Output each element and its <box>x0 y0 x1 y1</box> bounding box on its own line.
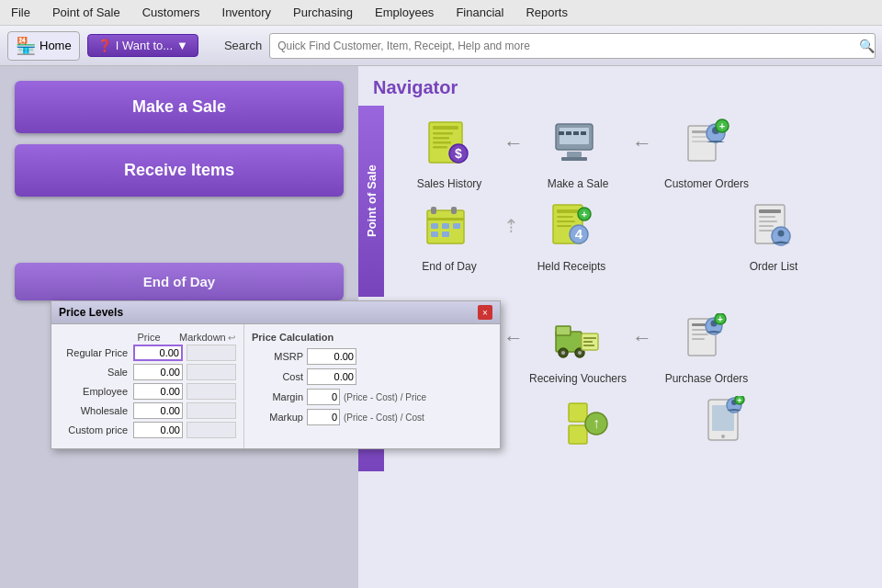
svg-rect-37 <box>557 225 571 227</box>
wholesale-price-label: Wholesale <box>59 405 133 416</box>
svg-rect-18 <box>692 136 708 138</box>
nav-row-1: $ Sales History ← <box>399 115 867 190</box>
price-levels-dialog: Price Levels × Price Markdown ↩ Regular … <box>51 300 501 449</box>
svg-rect-73 <box>692 334 708 335</box>
menu-pos[interactable]: Point of Sale <box>49 4 124 21</box>
svg-rect-25 <box>431 207 436 214</box>
menu-file[interactable]: File <box>7 4 34 21</box>
nav-item-customer-orders[interactable]: + Customer Orders <box>656 115 757 190</box>
regular-price-markdown[interactable] <box>187 345 236 361</box>
nav-item-purchase-orders[interactable]: + Purchase Orders <box>656 310 757 385</box>
markdown-icon[interactable]: ↩ <box>228 333 235 343</box>
cost-input[interactable] <box>307 368 356 385</box>
search-label: Search <box>224 39 262 52</box>
menu-reports[interactable]: Reports <box>522 4 571 21</box>
toolbar: 🏪 Home ❓ I Want to... ▼ Search 🔍 <box>0 26 882 66</box>
held-receipts-icon-wrap: 4 + <box>542 198 601 256</box>
home-label: Home <box>40 39 72 52</box>
markup-row: Markup (Price - Cost) / Cost <box>252 409 492 425</box>
regular-price-input[interactable] <box>133 345 183 361</box>
iwantto-label: I Want to... <box>116 39 173 52</box>
wholesale-price-input[interactable] <box>133 402 183 419</box>
sales-history-icon: $ <box>424 119 475 170</box>
svg-text:4: 4 <box>575 226 583 242</box>
markup-input[interactable] <box>307 409 340 425</box>
margin-input[interactable] <box>307 389 340 405</box>
svg-rect-10 <box>567 152 582 157</box>
receive-items-button[interactable]: Receive Items <box>15 144 344 197</box>
navigator-content: Point of Sale <box>358 106 882 297</box>
search-input[interactable] <box>269 33 876 59</box>
dashed-arrow-1: ⇡ <box>503 215 517 255</box>
nav-item-sales-history[interactable]: $ Sales History <box>399 115 500 190</box>
svg-text:↑: ↑ <box>593 415 600 431</box>
purchase-orders-label: Purchase Orders <box>665 372 749 385</box>
wholesale-price-row: Wholesale <box>59 402 236 419</box>
make-a-sale-icon-wrap <box>548 115 607 174</box>
sale-price-input[interactable] <box>133 364 183 380</box>
end-of-day-button[interactable]: End of Day <box>15 263 344 300</box>
nav-item-order-list[interactable]: Order List <box>723 198 824 273</box>
make-sale-button[interactable]: Make a Sale <box>15 81 344 133</box>
svg-text:+: + <box>737 396 741 405</box>
svg-rect-30 <box>453 223 460 229</box>
price-dialog-body: Price Markdown ↩ Regular Price Sale <box>51 324 500 448</box>
nav-grid: $ Sales History ← <box>384 106 882 297</box>
home-button[interactable]: 🏪 Home <box>7 31 80 61</box>
order-list-icon-wrap <box>744 198 803 256</box>
svg-rect-13 <box>566 131 571 135</box>
menu-inventory[interactable]: Inventory <box>219 4 275 21</box>
nav-item-row4-3[interactable]: + <box>674 392 775 455</box>
wholesale-price-markdown[interactable] <box>187 402 236 419</box>
svg-rect-11 <box>561 157 587 161</box>
price-dialog-close[interactable]: × <box>478 305 492 320</box>
svg-rect-74 <box>692 338 705 340</box>
svg-point-65 <box>578 351 582 355</box>
nav-item-end-of-day[interactable]: End of Day <box>399 198 500 273</box>
tablet-icon: + <box>699 396 751 447</box>
svg-rect-72 <box>692 329 707 331</box>
employee-price-markdown[interactable] <box>187 383 236 400</box>
end-of-day-icon <box>424 201 475 253</box>
search-icon[interactable]: 🔍 <box>859 39 875 53</box>
svg-rect-31 <box>431 232 438 237</box>
pos-tab[interactable]: Point of Sale <box>358 106 384 297</box>
price-dialog-title: Price Levels <box>59 306 123 319</box>
dashed-arrow-icon-1: ⇡ <box>503 215 517 237</box>
svg-rect-83 <box>569 403 587 422</box>
custom-price-input[interactable] <box>133 422 183 438</box>
iwantto-button[interactable]: ❓ I Want to... ▼ <box>87 34 198 57</box>
end-of-day-label: End of Day <box>422 260 476 273</box>
nav-item-receiving-vouchers[interactable]: Receiving Vouchers <box>527 310 628 385</box>
svg-rect-12 <box>559 131 564 135</box>
employee-price-input[interactable] <box>133 383 183 400</box>
menu-customers[interactable]: Customers <box>139 4 204 21</box>
custom-price-markdown[interactable] <box>187 422 236 438</box>
help-icon: ❓ <box>97 39 112 52</box>
nav-item-row4-2[interactable]: ↑ <box>537 392 638 455</box>
menu-purchasing[interactable]: Purchasing <box>289 4 356 21</box>
svg-rect-35 <box>557 216 573 218</box>
dropdown-arrow-icon: ▼ <box>176 39 188 52</box>
receiving-vouchers-icon <box>552 313 604 365</box>
custom-price-row: Custom price <box>59 422 236 438</box>
nav-item-held-receipts[interactable]: 4 + Held Receipts <box>521 198 622 273</box>
price-header: Price Markdown ↩ <box>59 332 236 343</box>
margin-row: Margin (Price - Cost) / Price <box>252 389 492 405</box>
svg-rect-28 <box>431 223 438 229</box>
customer-orders-icon: + <box>681 119 732 170</box>
make-a-sale-label: Make a Sale <box>548 177 609 190</box>
row4-icon-2: ↑ <box>558 392 616 451</box>
msrp-input[interactable] <box>307 348 356 365</box>
price-col-header: Price <box>122 332 175 343</box>
sale-price-markdown[interactable] <box>187 364 236 380</box>
items-icon: ↑ <box>561 396 613 447</box>
menu-employees[interactable]: Employees <box>371 4 437 21</box>
menu-financial[interactable]: Financial <box>452 4 507 21</box>
regular-price-label: Regular Price <box>59 347 133 358</box>
svg-rect-34 <box>557 209 579 213</box>
arrow-2: ← <box>632 131 652 174</box>
nav-item-make-a-sale[interactable]: Make a Sale <box>527 115 628 190</box>
svg-rect-45 <box>759 220 777 222</box>
svg-rect-67 <box>583 337 596 339</box>
